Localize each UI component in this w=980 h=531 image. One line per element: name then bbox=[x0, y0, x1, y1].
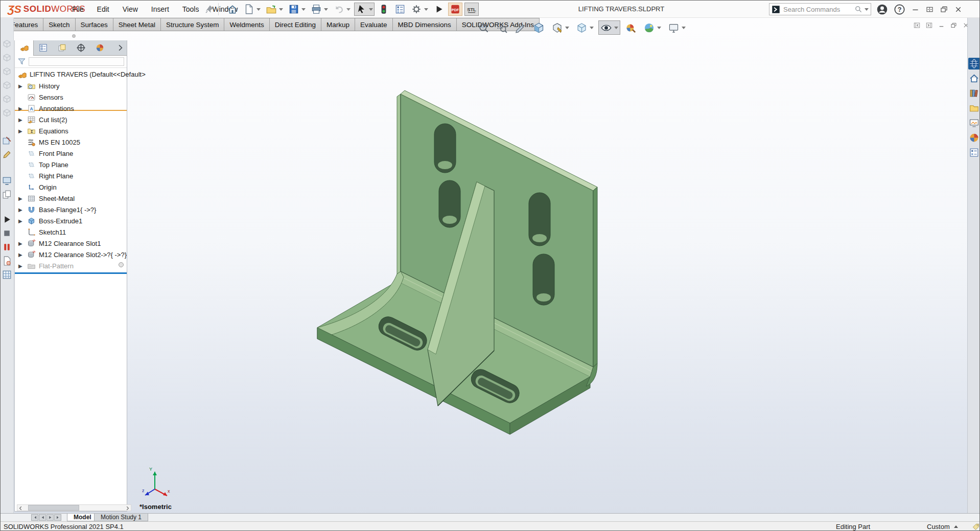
tree-item-base-flange1[interactable]: ▶Base-Flange1{ ->?} bbox=[15, 204, 127, 215]
solidworks-resources-icon[interactable] bbox=[968, 58, 980, 70]
pencil-tool-icon[interactable] bbox=[2, 149, 12, 160]
tree-item-annotations[interactable]: ▶AAnnotations bbox=[15, 103, 127, 114]
annotation-views-button[interactable] bbox=[549, 20, 571, 35]
ribbon-tab-mbd-dimensions[interactable]: MBD Dimensions bbox=[393, 18, 457, 31]
panel-handle-dot[interactable] bbox=[72, 34, 76, 38]
macro-play-icon[interactable] bbox=[2, 214, 12, 225]
expand-icon[interactable] bbox=[925, 5, 934, 14]
dropdown-caret-icon[interactable] bbox=[324, 8, 328, 11]
tree-item-m12-clearance-slot1[interactable]: ▶M12 Clearance Slot1 bbox=[15, 238, 127, 249]
status-units-selector[interactable]: Custom bbox=[927, 522, 950, 531]
tree-item-flat-pattern[interactable]: ▶Flat-Pattern bbox=[15, 260, 127, 271]
collapse-right-icon[interactable] bbox=[925, 21, 933, 29]
tree-item-origin[interactable]: Origin bbox=[15, 181, 127, 193]
file-properties-button[interactable] bbox=[393, 3, 407, 16]
dropdown-caret-icon[interactable] bbox=[279, 8, 283, 11]
expand-arrow-icon[interactable]: ▶ bbox=[18, 263, 22, 269]
appearances-scenes-icon[interactable] bbox=[968, 132, 980, 144]
propertymanager-tab[interactable] bbox=[34, 40, 53, 56]
ribbon-tab-weldments[interactable]: Weldments bbox=[224, 18, 269, 31]
menu-insert[interactable]: Insert bbox=[151, 5, 169, 13]
previous-view-button[interactable] bbox=[512, 20, 528, 35]
nav-last-icon[interactable] bbox=[54, 514, 61, 521]
new-document-button[interactable] bbox=[242, 3, 262, 16]
rollback-knob[interactable] bbox=[119, 262, 124, 267]
edit-appearance-button[interactable] bbox=[623, 20, 639, 35]
panel-horizontal-scrollbar[interactable] bbox=[17, 504, 131, 511]
search-commands-box[interactable]: Search Commands bbox=[769, 3, 871, 15]
ribbon-tab-sheet-metal[interactable]: Sheet Metal bbox=[113, 18, 161, 31]
ghost-cube-icon[interactable] bbox=[2, 94, 12, 104]
run-macro-button[interactable] bbox=[432, 3, 446, 16]
expand-arrow-icon[interactable]: ▶ bbox=[18, 117, 22, 123]
nav-first-icon[interactable] bbox=[31, 514, 38, 521]
ghost-cube-icon[interactable] bbox=[2, 52, 12, 63]
model-3d-part[interactable] bbox=[307, 82, 614, 440]
dropdown-caret-icon[interactable] bbox=[614, 27, 618, 29]
select-button[interactable] bbox=[354, 3, 375, 16]
tree-item-m12-clearance-slot2[interactable]: ▶M12 Clearance Slot2->?{ ->?} bbox=[15, 249, 127, 260]
menu-view[interactable]: View bbox=[123, 5, 138, 13]
view-settings-button[interactable] bbox=[666, 20, 688, 35]
menu-tools[interactable]: Tools bbox=[182, 5, 199, 13]
tree-item-cut-list-2[interactable]: ▶Cut list(2) bbox=[15, 114, 127, 125]
panel-expand-chevron-icon[interactable] bbox=[113, 40, 127, 56]
ghost-cube-icon[interactable] bbox=[2, 107, 12, 118]
search-icon[interactable] bbox=[854, 5, 862, 13]
view-orientation-button[interactable] bbox=[574, 20, 596, 35]
macro-record-icon[interactable] bbox=[2, 242, 12, 252]
configurationmanager-tab[interactable] bbox=[53, 40, 72, 56]
expand-arrow-icon[interactable]: ▶ bbox=[18, 196, 22, 201]
dropdown-caret-icon[interactable] bbox=[301, 8, 306, 11]
expand-arrow-icon[interactable]: ▶ bbox=[18, 83, 22, 89]
doc-tool-icon[interactable] bbox=[2, 256, 12, 266]
save-button[interactable] bbox=[287, 3, 307, 16]
ribbon-tab-direct-editing[interactable]: Direct Editing bbox=[270, 18, 321, 31]
tree-root-item[interactable]: LIFTING TRAVERS (Default<<Default> bbox=[15, 69, 127, 80]
tree-item-right-plane[interactable]: Right Plane bbox=[15, 170, 127, 181]
expand-arrow-icon[interactable]: ▶ bbox=[18, 207, 22, 213]
tree-item-sheet-metal[interactable]: ▶Sheet-Metal bbox=[15, 193, 127, 204]
ribbon-tab-structure-system[interactable]: Structure System bbox=[161, 18, 225, 31]
user-account-icon[interactable] bbox=[876, 4, 888, 15]
ribbon-tab-sketch[interactable]: Sketch bbox=[43, 18, 75, 31]
filter-funnel-icon[interactable] bbox=[17, 57, 26, 66]
dropdown-caret-icon[interactable] bbox=[369, 8, 373, 11]
restore-icon[interactable] bbox=[940, 5, 948, 14]
home-button[interactable] bbox=[225, 3, 240, 16]
doc-minimize-icon[interactable] bbox=[938, 21, 945, 29]
monitor-tool-icon[interactable] bbox=[2, 175, 12, 186]
options-button[interactable] bbox=[409, 3, 430, 16]
scroll-left-icon[interactable] bbox=[17, 504, 24, 511]
undo-button[interactable] bbox=[332, 3, 352, 16]
tree-item-sensors[interactable]: Sensors bbox=[15, 91, 127, 103]
design-library-icon[interactable] bbox=[968, 87, 980, 99]
ribbon-tab-surfaces[interactable]: Surfaces bbox=[76, 18, 113, 31]
view-palette-icon[interactable] bbox=[968, 117, 980, 129]
dropdown-caret-icon[interactable] bbox=[256, 8, 261, 11]
tree-item-boss-extrude1[interactable]: ▶Boss-Extrude1 bbox=[15, 215, 127, 226]
minimize-icon[interactable] bbox=[911, 5, 920, 14]
featuremanager-tab[interactable] bbox=[15, 40, 34, 56]
pin-menu-icon[interactable] bbox=[204, 4, 215, 14]
search-caret-icon[interactable] bbox=[865, 8, 869, 11]
help-icon[interactable]: ? bbox=[894, 4, 905, 15]
rollback-bar[interactable] bbox=[15, 272, 127, 274]
tree-item-top-plane[interactable]: Top Plane bbox=[15, 159, 127, 170]
expand-arrow-icon[interactable]: ▶ bbox=[18, 128, 22, 134]
export-pdf-button[interactable]: PDF bbox=[448, 3, 462, 16]
dropdown-caret-icon[interactable] bbox=[682, 27, 686, 29]
custom-properties-icon[interactable] bbox=[968, 147, 980, 158]
units-caret-icon[interactable] bbox=[954, 525, 958, 528]
tree-item-sketch11[interactable]: Sketch11 bbox=[15, 226, 127, 238]
hide-show-items-button[interactable] bbox=[598, 20, 620, 35]
file-explorer-icon[interactable] bbox=[968, 102, 980, 114]
export-stl-button[interactable]: STL bbox=[464, 3, 479, 16]
expand-arrow-icon[interactable]: ▶ bbox=[18, 241, 22, 246]
dropdown-caret-icon[interactable] bbox=[657, 27, 661, 29]
open-button[interactable] bbox=[264, 3, 285, 16]
print-button[interactable] bbox=[309, 3, 330, 16]
menu-file[interactable]: File bbox=[72, 5, 84, 13]
doc-restore-icon[interactable] bbox=[950, 21, 958, 29]
section-tool-icon[interactable] bbox=[2, 135, 12, 146]
